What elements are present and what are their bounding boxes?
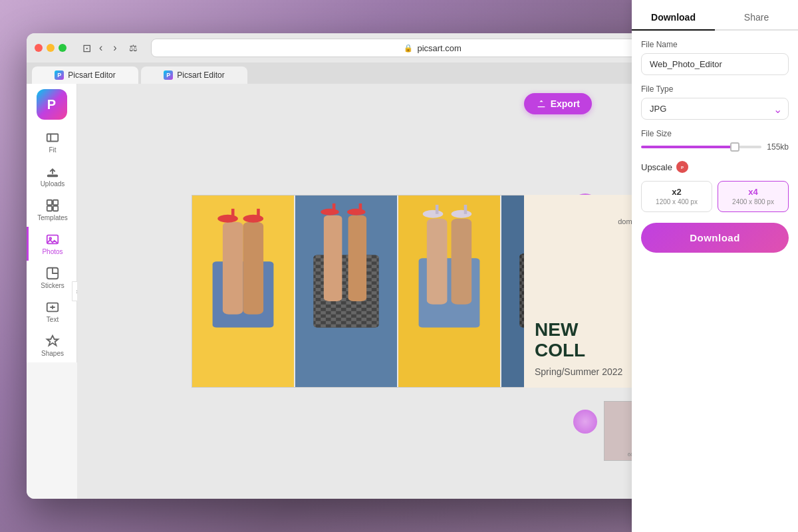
leg-svg-1 [192, 196, 294, 387]
sidebar-label-shapes: Shapes [41, 350, 64, 357]
file-type-wrapper: JPG PNG WEBP ⌄ [641, 98, 771, 120]
svg-rect-4 [53, 200, 58, 205]
sidebar-label-stickers: Stickers [41, 282, 65, 289]
upscale-label: Upscale [641, 162, 672, 172]
export-label: Export [551, 98, 580, 109]
svg-rect-0 [47, 134, 59, 142]
svg-point-28 [347, 209, 366, 215]
leg-svg-2 [295, 196, 397, 387]
leg-svg-3 [398, 196, 500, 387]
templates-icon [45, 198, 60, 213]
svg-rect-13 [223, 222, 243, 315]
shapes-icon [45, 334, 60, 348]
fit-icon [45, 130, 60, 145]
export-button[interactable]: Export [524, 93, 592, 114]
download-button[interactable]: Download [641, 223, 771, 253]
upscale-x4-px: 2400 x 800 px [732, 198, 771, 205]
svg-rect-33 [427, 219, 448, 305]
url-text: picsart.com [417, 43, 461, 53]
app-area: P Fit Uploads [27, 84, 771, 499]
file-size-slider[interactable] [641, 146, 761, 148]
browser-window: ⊡ ‹ › ⚖ 🔒 picsart.com ⬆ + ⧉ P Picsart Ed… [27, 33, 771, 499]
upscale-x2-label: x2 [646, 187, 708, 197]
upscale-option-x2[interactable]: x2 1200 x 400 px [641, 181, 712, 212]
back-button[interactable]: ‹ [96, 41, 105, 55]
sidebar-item-stickers[interactable]: Stickers [27, 261, 76, 295]
collage-panel-2 [295, 196, 397, 387]
close-button[interactable] [35, 44, 43, 52]
sidebar-item-uploads[interactable]: Uploads [27, 159, 76, 193]
svg-rect-25 [324, 215, 342, 301]
svg-rect-14 [243, 222, 264, 315]
lock-icon: 🔒 [404, 44, 413, 53]
photos-icon [45, 232, 60, 247]
collage-panel-1 [192, 196, 294, 387]
sidebar-item-text[interactable]: Text [27, 295, 76, 329]
panel-body: File Name File Type JPG PNG WEBP ⌄ File … [632, 84, 771, 499]
nav-controls: ⊡ ‹ › [78, 41, 120, 55]
text-icon [45, 300, 60, 315]
decorative-circle-2 [573, 410, 597, 434]
file-type-select[interactable]: JPG PNG WEBP [641, 98, 771, 120]
svg-rect-34 [452, 219, 472, 305]
maximize-button[interactable] [59, 44, 66, 52]
uploads-icon [45, 164, 60, 179]
sidebar-item-shapes[interactable]: Shapes [27, 329, 76, 362]
svg-rect-24 [314, 255, 379, 327]
sidebar-label-text: Text [47, 316, 59, 323]
tab-picsart-2[interactable]: P Picsart Editor [141, 66, 247, 84]
upscale-x2-px: 1200 x 400 px [656, 198, 698, 205]
forward-button[interactable]: › [110, 41, 119, 55]
tab-picsart-1[interactable]: P Picsart Editor [32, 66, 138, 84]
sidebar-label-photos: Photos [42, 248, 63, 255]
download-panel: Download Share File Name File Type JPG P… [632, 84, 771, 499]
file-size-label: File Size [641, 129, 771, 138]
sidebar: P Fit Uploads [27, 84, 77, 362]
canvas-content: dominicfer NEWCOLL Spring/Summer 2022 ! … [192, 175, 657, 408]
upscale-x4-label: x4 [722, 187, 771, 197]
season-text: Spring/Summer 2022 [535, 366, 646, 377]
stickers-icon [45, 266, 60, 281]
sidebar-item-fit[interactable]: Fit [27, 125, 76, 159]
address-bar[interactable]: 🔒 picsart.com [151, 39, 715, 57]
new-collection-text: NEWCOLL [535, 320, 646, 361]
upscale-row: Upscale P [641, 161, 771, 173]
tab-label-1: Picsart Editor [68, 70, 115, 80]
tab-icon-1: P [55, 70, 64, 80]
svg-point-8 [49, 237, 51, 239]
upscale-option-x4[interactable]: x4 2400 x 800 px [718, 181, 771, 212]
svg-point-35 [423, 210, 444, 218]
sidebar-label-fit: Fit [49, 146, 56, 154]
sidebar-item-photos[interactable]: Photos [27, 227, 76, 261]
file-size-row: 155kb [641, 142, 771, 152]
svg-text:P: P [681, 166, 684, 170]
svg-rect-6 [53, 206, 58, 211]
tab-label-2: Picsart Editor [177, 70, 224, 80]
minimize-button[interactable] [47, 44, 55, 52]
sidebar-item-templates[interactable]: Templates [27, 193, 76, 227]
download-btn-label: Download [690, 232, 740, 243]
collage-panel-3 [398, 196, 500, 387]
svg-point-36 [452, 210, 472, 218]
svg-rect-26 [348, 215, 367, 301]
file-size-value: 155kb [767, 142, 771, 152]
traffic-lights [35, 44, 66, 52]
svg-point-16 [243, 215, 264, 223]
upscale-badge: P [676, 161, 688, 173]
svg-rect-5 [47, 206, 52, 211]
sidebar-wrapper: P Fit Uploads [27, 84, 77, 499]
sidebar-toggle-icon[interactable]: ⊡ [82, 42, 91, 55]
picsart-logo[interactable]: P [37, 89, 67, 120]
logo-letter: P [47, 97, 56, 112]
privacy-icon: ⚖ [129, 43, 138, 53]
svg-rect-2 [48, 176, 58, 177]
export-icon [536, 98, 547, 109]
sidebar-label-templates: Templates [37, 214, 68, 221]
tab-icon-2: P [164, 70, 173, 80]
svg-rect-3 [47, 200, 52, 205]
svg-point-15 [217, 215, 238, 223]
file-type-label: File Type [641, 84, 771, 94]
sidebar-label-uploads: Uploads [41, 180, 65, 188]
upscale-pro-icon: P [679, 164, 686, 170]
upscale-options: x2 1200 x 400 px x4 2400 x 800 px [641, 181, 771, 212]
